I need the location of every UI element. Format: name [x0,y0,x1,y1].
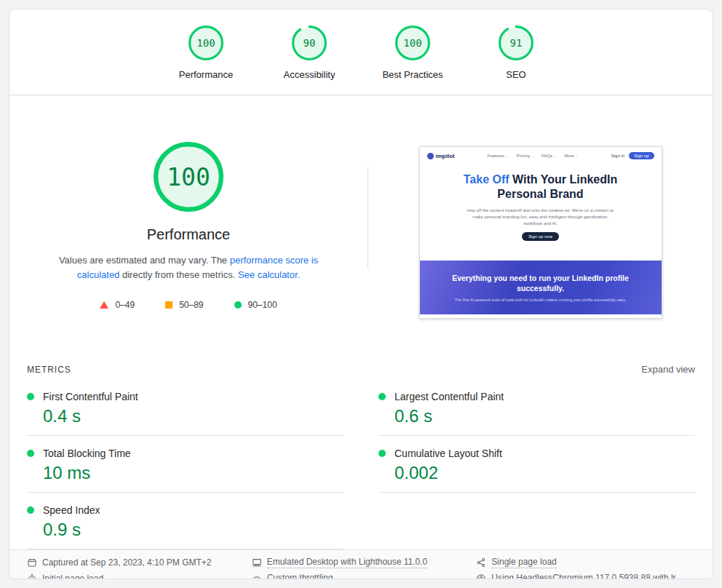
metric-speed-index: Speed Index 0.9 s [27,493,344,549]
screenshot-nav-item: More [564,154,579,158]
description-text: Values are estimated and may vary. The [59,255,230,266]
screenshot-banner-title: Everything you need to run your LinkedIn… [445,273,636,293]
metric-label: Total Blocking Time [43,448,131,459]
category-seo[interactable]: 91 SEO [485,25,547,80]
desktop-icon [252,557,262,568]
metric-label: First Contentful Paint [43,391,138,402]
fail-triangle-icon [100,301,108,309]
performance-main-score: 100 [154,142,223,212]
network-throttling-icon [252,573,262,579]
accessibility-score-value: 90 [292,25,327,60]
footer-chromium-version: Using HeadlessChromium 117.0.5938.88 wit… [476,573,695,579]
category-label-best-practices: Best Practices [382,69,443,80]
footer-captured-at: Captured at Sep 23, 2023, 4:10 PM GMT+2 [27,557,246,568]
pass-circle-icon [234,301,242,309]
metric-largest-contentful-paint: Largest Contentful Paint 0.6 s [378,379,695,436]
category-best-practices[interactable]: 100 Best Practices [382,25,443,80]
footer-emulated-text: Emulated Desktop with Lighthouse 11.0.0 [267,557,428,568]
best-practices-score-value: 100 [395,25,430,60]
seo-score-value: 91 [499,25,533,60]
share-nodes-icon [476,557,486,568]
screenshot-cta-button: Sign up now [522,232,559,241]
screenshot-brand: impilot [427,153,455,159]
metric-pass-dot-icon [27,506,34,514]
description-text: directly from these metrics. [119,269,238,280]
final-screenshot-area: impilot Features Pricing FAQs More Sign … [368,95,713,339]
score-legend: 0–49 50–89 90–100 [100,300,277,310]
stopwatch-icon [27,573,37,579]
screenshot-signin-text: Sign in [611,154,624,158]
metric-pass-dot-icon [378,393,386,400]
legend-label: 50–89 [179,300,203,310]
legend-average-range: 50–89 [165,300,203,310]
metric-value: 0.6 s [394,406,695,426]
legend-fail-range: 0–49 [100,300,135,310]
performance-section-title: Performance [147,226,231,243]
metric-pass-dot-icon [27,393,34,400]
metric-value: 0.002 [394,463,695,483]
headline-rest: With Your LinkedIn Personal Brand [497,173,617,200]
category-label-performance: Performance [179,69,233,80]
average-square-icon [165,301,172,309]
final-screenshot-thumbnail: impilot Features Pricing FAQs More Sign … [419,146,662,319]
metrics-section-title: METRICS [27,365,71,375]
calendar-icon [27,557,37,568]
category-label-seo: SEO [506,69,525,80]
metric-value: 0.4 s [43,406,344,426]
metrics-titlebar: METRICS Expand view [27,364,695,375]
screenshot-auth-links: Sign in Sign up [611,152,654,159]
screenshot-brand-name: impilot [436,153,455,159]
footer-throttling: Custom throttling [252,573,471,579]
metric-label: Cumulative Layout Shift [394,448,502,459]
screenshot-nav-item: FAQs [542,154,557,158]
screenshot-body-copy: Hop off the content treadmill and onto t… [464,207,618,227]
metric-value: 0.9 s [43,520,344,540]
expand-view-button[interactable]: Expand view [641,364,695,375]
footer-initial-load-text: Initial page load [42,573,103,579]
chromium-icon [476,573,486,579]
metrics-grid: First Contentful Paint 0.4 s Total Block… [27,379,695,549]
best-practices-score-gauge: 100 [395,25,430,60]
screenshot-headline: Take Off With Your LinkedIn Personal Bra… [457,172,624,202]
metric-label: Largest Contentful Paint [394,391,504,402]
see-calculator-link[interactable]: See calculator. [238,269,300,280]
metric-value: 10 ms [43,463,344,483]
footer-chromium-text: Using HeadlessChromium 117.0.5938.88 wit… [491,573,675,579]
performance-score-value: 100 [189,25,223,60]
performance-main-gauge: 100 [154,142,223,212]
metric-label: Speed Index [43,504,100,516]
footer-initial-load: Initial page load [27,573,246,579]
performance-summary-section: 100 Performance Values are estimated and… [9,95,713,339]
metric-pass-dot-icon [27,450,34,457]
screenshot-nav: Features Pricing FAQs More [487,154,579,158]
screenshot-nav-item: Features [487,154,509,158]
legend-label: 90–100 [248,300,277,310]
performance-description: Values are estimated and may vary. The p… [46,253,331,282]
screenshot-banner: Everything you need to run your LinkedIn… [420,261,662,314]
legend-pass-range: 90–100 [234,300,277,310]
performance-score-gauge: 100 [189,25,223,60]
category-performance[interactable]: 100 Performance [175,25,237,80]
report-footer: Captured at Sep 23, 2023, 4:10 PM GMT+2 … [9,549,713,579]
screenshot-nav-item: Pricing [516,154,534,158]
category-accessibility[interactable]: 90 Accessibility [279,25,340,80]
screenshot-site-header: impilot Features Pricing FAQs More Sign … [420,147,662,162]
metrics-column-left: First Contentful Paint 0.4 s Total Block… [27,379,344,549]
category-label-accessibility: Accessibility [284,69,336,80]
metrics-section: METRICS Expand view First Contentful Pai… [9,339,713,549]
screenshot-signup-pill: Sign up [629,152,654,159]
metric-first-contentful-paint: First Contentful Paint 0.4 s [27,379,344,436]
impilot-logo-icon [427,153,434,159]
performance-summary-left: 100 Performance Values are estimated and… [9,95,368,339]
footer-page-load: Single page load [476,557,695,568]
metric-total-blocking-time: Total Blocking Time 10 ms [27,436,344,493]
footer-throttling-text: Custom throttling [267,573,333,579]
footer-page-load-text: Single page load [491,557,556,568]
footer-captured-text: Captured at Sep 23, 2023, 4:10 PM GMT+2 [42,557,211,568]
footer-emulated-device: Emulated Desktop with Lighthouse 11.0.0 [252,557,471,568]
lighthouse-report: 100 Performance 90 Accessibility 100 [9,9,713,579]
metric-pass-dot-icon [378,450,386,457]
headline-accent: Take Off [464,173,509,186]
metric-cumulative-layout-shift: Cumulative Layout Shift 0.002 [378,436,695,493]
accessibility-score-gauge: 90 [292,25,327,60]
